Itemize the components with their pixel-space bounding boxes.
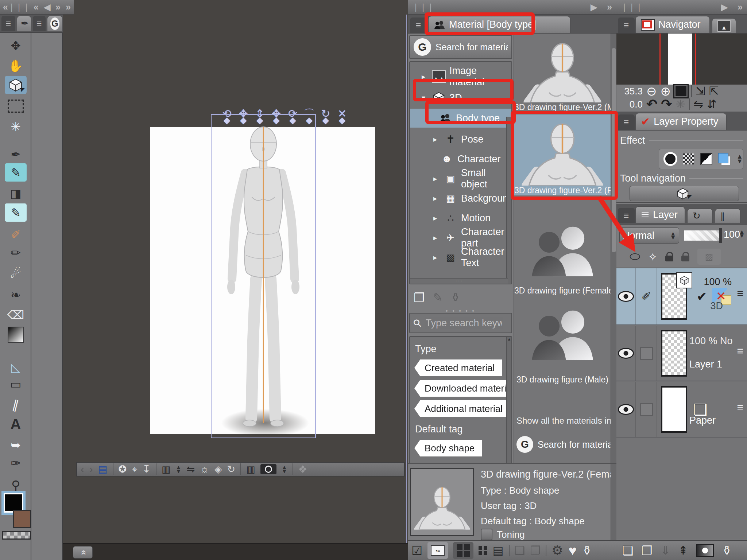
expand-arrow-icon[interactable]: ▸ xyxy=(430,194,440,203)
tree-item-pose[interactable]: ▸ ✝ Pose xyxy=(411,130,506,149)
material-item-ver2-male[interactable]: 3D drawing figure-Ver.2 (Male) xyxy=(514,35,611,112)
pen-tool[interactable]: ✒ xyxy=(5,145,27,163)
fit-screen-icon[interactable]: ⇲ xyxy=(696,84,705,98)
select-materials-icon[interactable]: ☑ xyxy=(411,543,422,558)
collapse-right-icon[interactable]: » xyxy=(66,2,71,12)
large-grid-view-icon[interactable] xyxy=(453,542,473,559)
object-plane-move-icon[interactable]: ✕ xyxy=(334,108,350,125)
zoom-in-icon[interactable]: ⊕ xyxy=(661,84,671,98)
dock-right-icon[interactable]: ▶ xyxy=(721,2,728,12)
layer-mask-icon[interactable] xyxy=(696,544,714,557)
camera-angle-icon[interactable]: ✪ xyxy=(119,463,127,475)
tree-item-character-text[interactable]: ▸ ▩ Character Text xyxy=(411,248,506,267)
brush-tool[interactable]: ✎ xyxy=(5,163,27,182)
visibility-cell[interactable] xyxy=(616,268,636,324)
pencil-tool[interactable]: ✏ xyxy=(5,244,27,262)
list-view-icon[interactable]: ▤ xyxy=(492,544,503,557)
tab-layer-property[interactable]: ✔ Layer Property xyxy=(635,113,727,130)
render-camera-icon[interactable] xyxy=(260,464,276,474)
camera-rotate-icon[interactable]: ⟲ xyxy=(219,108,235,125)
text-tool[interactable]: A xyxy=(5,415,27,433)
layer-row-3d[interactable]: ✐ ✔ ✕ 100 % 3D ≡ xyxy=(616,268,747,325)
collapse-left-icon[interactable]: « xyxy=(34,2,39,12)
opacity-slider[interactable] xyxy=(684,230,721,241)
layer-row-layer1[interactable]: 100 % Normal Layer 1 ≡ xyxy=(616,326,747,381)
lock-layer-icon[interactable] xyxy=(665,252,673,261)
layer-thumbnail[interactable] xyxy=(661,386,687,433)
drop-to-ground-icon[interactable]: ↧ xyxy=(142,463,151,475)
reset-rotate-icon[interactable]: ✳ xyxy=(676,97,685,111)
edit-folder-icon[interactable]: ✎ xyxy=(433,291,442,304)
watercolor-brush-tool[interactable]: ✎ xyxy=(5,203,27,222)
eyedropper-tool[interactable]: ⚲ xyxy=(5,476,27,494)
tree-item-small-object[interactable]: ▸ ▣ Small object xyxy=(411,169,506,188)
rotate-cw-icon[interactable]: ↷ xyxy=(661,97,672,112)
eraser-tool[interactable]: ⌫ xyxy=(5,306,27,324)
tab-animation-cels[interactable]: ↻ xyxy=(687,209,713,223)
tree-h-scrollbar[interactable]: · · · xyxy=(410,278,508,284)
tag-search-box[interactable]: ⚲ xyxy=(409,313,512,333)
tab-quick-access[interactable]: G xyxy=(47,16,63,31)
dock-left-icon[interactable]: ◀ xyxy=(43,2,50,12)
object-list-icon[interactable]: ▤ xyxy=(98,463,108,475)
airbrush-tool[interactable]: ☄ xyxy=(5,264,27,283)
delete-folder-icon[interactable]: ⚱ xyxy=(450,291,460,304)
expand-arrow-icon[interactable]: ▸ xyxy=(430,174,440,183)
tree-item-motion[interactable]: ▸ ∴ Motion xyxy=(411,209,506,228)
flip-vertical-icon[interactable]: ⇵ xyxy=(707,97,717,111)
collapse-right-icon[interactable]: » xyxy=(55,2,61,12)
object-orbit-icon[interactable]: ⌒ xyxy=(301,108,317,125)
new-layer-icon[interactable]: ❏ xyxy=(622,543,633,558)
frame-border-tool[interactable]: ▭ xyxy=(5,375,27,393)
transfer-down-icon[interactable]: ⇓ xyxy=(661,544,670,557)
ruler-tool[interactable]: ◺ xyxy=(5,358,27,376)
expand-arrow-icon[interactable]: ▸ xyxy=(430,135,440,144)
move-tool[interactable]: ✥ xyxy=(5,36,27,55)
new-folder-icon[interactable]: ❒ xyxy=(414,290,425,305)
layer-menu-icon[interactable]: ≡ xyxy=(737,345,743,357)
light-source-icon[interactable]: ☼ xyxy=(200,463,209,475)
material-settings-gear-icon[interactable]: ⚙ xyxy=(551,543,563,558)
zoom-out-icon[interactable]: ⊖ xyxy=(646,84,657,98)
edit-target-cell[interactable]: ✐ xyxy=(636,268,657,324)
layer-property-menu-icon[interactable]: ≡ xyxy=(618,114,635,130)
reset-rotation-icon[interactable]: ↻ xyxy=(227,463,235,475)
delete-layer-trash-icon[interactable]: ⚱ xyxy=(722,543,732,558)
edit-target-cell[interactable] xyxy=(636,382,657,437)
object-rotate-icon[interactable]: ⟳ xyxy=(285,108,301,125)
fit-to-view-icon[interactable]: ⌖ xyxy=(132,464,137,475)
delete-material-trash-icon[interactable]: ⚱ xyxy=(582,543,592,558)
expand-arrow-icon[interactable]: ▸ xyxy=(430,214,440,222)
tab-sub-view[interactable]: ▲ xyxy=(712,18,736,33)
detail-view-icon[interactable]: ▪≡ xyxy=(427,542,448,559)
flip-pose-icon[interactable]: ⇋ xyxy=(186,463,195,475)
hand-tool[interactable]: ✋ xyxy=(5,57,27,75)
flip-horizontal-icon[interactable]: ⇋ xyxy=(693,97,703,111)
camera-pan-icon[interactable]: ✥ xyxy=(235,108,251,125)
gradient-tool[interactable] xyxy=(5,326,27,344)
edit-target-cell[interactable] xyxy=(636,326,657,381)
rotate-ccw-icon[interactable]: ↶ xyxy=(646,97,657,112)
stream-line-tool[interactable]: ∥ xyxy=(3,393,28,416)
expand-arrow-icon[interactable]: ▸ xyxy=(430,233,440,242)
show-all-materials-link[interactable]: Show all the materials in the folder xyxy=(516,416,611,426)
tree-item-background[interactable]: ▸ ▦ Background xyxy=(411,189,506,208)
tag-search-input[interactable] xyxy=(425,317,503,329)
sub-color-swatch[interactable] xyxy=(13,510,31,528)
navigator-preview[interactable] xyxy=(616,34,747,85)
tree-item-character-part[interactable]: ▸ ✈ Character part xyxy=(411,228,506,247)
object-plane-rotate-icon[interactable]: ↻ xyxy=(318,108,334,125)
prev-object-icon[interactable]: ‹ xyxy=(81,463,84,475)
fill-tool[interactable]: ◨ xyxy=(5,184,27,202)
drag-handle-icon[interactable]: ❘❘❘ xyxy=(412,2,434,12)
tone-effect-icon[interactable] xyxy=(683,153,694,164)
layer-menu-icon[interactable]: ≡ xyxy=(737,287,743,300)
correct-line-tool[interactable]: ➥ xyxy=(5,436,27,454)
layer-row-paper[interactable]: ❏ Paper ≡ xyxy=(616,382,747,438)
filter-created-material[interactable]: Created material xyxy=(414,359,502,376)
layer-color-icon[interactable] xyxy=(700,153,712,165)
tab-timeline[interactable]: ∥ xyxy=(715,209,740,223)
object-3d-tool[interactable]: ➤ xyxy=(5,76,27,94)
drag-handle-icon[interactable]: ❘❘❘ xyxy=(621,2,643,12)
actual-size-icon[interactable]: ⇱ xyxy=(709,84,719,98)
